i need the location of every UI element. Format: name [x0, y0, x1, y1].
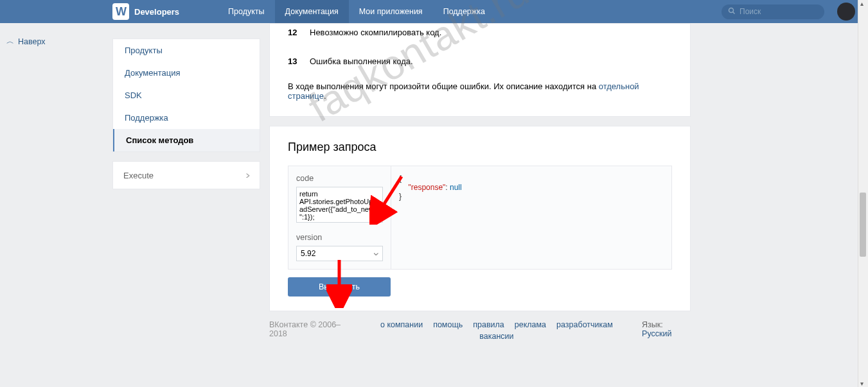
footer-link-about[interactable]: о компании: [380, 320, 423, 329]
avatar[interactable]: [837, 3, 855, 21]
sidebar-panel: Продукты Документация SDK Поддержка Спис…: [112, 39, 260, 152]
svg-point-0: [729, 8, 734, 12]
colon: :: [445, 183, 450, 192]
sidebar-item-methods-list[interactable]: Список методов: [113, 129, 260, 151]
footer-links: о компании помощь правила реклама разраб…: [369, 320, 624, 341]
footer-link-rules[interactable]: правила: [473, 320, 504, 329]
back-to-top[interactable]: ︿ Наверх: [6, 36, 46, 47]
sidebar-sub-execute[interactable]: Execute ›: [113, 162, 260, 189]
brand-label: Developers: [134, 7, 179, 17]
lang-label: Язык:: [642, 320, 663, 329]
chevron-down-icon: ›: [245, 169, 250, 181]
search-icon: [728, 7, 736, 17]
top-bar: W Developers Продукты Документация Мои п…: [0, 0, 868, 23]
errors-note: В ходе выполнения могут произойти общие …: [270, 79, 690, 101]
sidebar-item-products[interactable]: Продукты: [113, 39, 260, 62]
search-input[interactable]: [740, 7, 818, 16]
sidebar-item-documentation[interactable]: Документация: [113, 62, 260, 84]
annotation-arrow-icon: [369, 173, 408, 225]
footer-link-devs[interactable]: разработчикам: [556, 320, 613, 329]
error-code: 13: [288, 56, 310, 66]
nav-documentation[interactable]: Документация: [275, 0, 349, 23]
nav-support[interactable]: Поддержка: [433, 0, 495, 23]
top-nav: Продукты Документация Мои приложения Под…: [218, 0, 495, 23]
sidebar-sub-label: Execute: [123, 171, 154, 180]
footer-link-help[interactable]: помощь: [433, 320, 463, 329]
note-suffix: .: [324, 91, 326, 101]
footer: ВКонтакте © 2006–2018 о компании помощь …: [269, 311, 691, 341]
back-to-top-label: Наверх: [18, 37, 46, 46]
example-body: code version { "response": null }: [288, 166, 672, 270]
vk-logo[interactable]: W: [112, 3, 129, 20]
chevron-up-icon: ︿: [6, 36, 14, 47]
nav-products[interactable]: Продукты: [218, 0, 274, 23]
sidebar-sub-panel: Execute ›: [112, 161, 260, 189]
scrollbar[interactable]: [858, 0, 868, 387]
response-pane: { "response": null }: [391, 166, 671, 269]
footer-link-ads[interactable]: реклама: [515, 320, 546, 329]
lang-link[interactable]: Русский: [642, 329, 671, 338]
error-text: Ошибка выполнения кода.: [310, 56, 413, 66]
sidebar-item-support[interactable]: Поддержка: [113, 107, 260, 129]
search-box[interactable]: [722, 4, 824, 19]
example-title: Пример запроса: [288, 141, 672, 154]
response-value: null: [450, 183, 462, 192]
response-key: "response": [408, 183, 445, 192]
error-row: 12 Невозможно скомпилировать код.: [270, 24, 690, 41]
svg-line-2: [376, 176, 402, 217]
error-row: 13 Ошибка выполнения кода.: [270, 53, 690, 70]
footer-link-jobs[interactable]: вакансии: [479, 332, 513, 341]
error-code: 12: [288, 28, 310, 37]
scrollbar-thumb[interactable]: [860, 193, 866, 257]
error-text: Невозможно скомпилировать код.: [310, 28, 441, 37]
sidebar: Продукты Документация SDK Поддержка Спис…: [112, 23, 260, 341]
svg-line-1: [733, 12, 735, 13]
footer-lang: Язык: Русский: [642, 320, 691, 341]
errors-card: 12 Невозможно скомпилировать код. 13 Оши…: [269, 23, 691, 117]
version-label: version: [296, 233, 383, 242]
annotation-arrow-icon: [326, 257, 352, 308]
nav-my-apps[interactable]: Мои приложения: [349, 0, 433, 23]
sidebar-item-sdk[interactable]: SDK: [113, 84, 260, 107]
note-prefix: В ходе выполнения могут произойти общие …: [288, 82, 599, 91]
copyright: ВКонтакте © 2006–2018: [269, 320, 351, 341]
